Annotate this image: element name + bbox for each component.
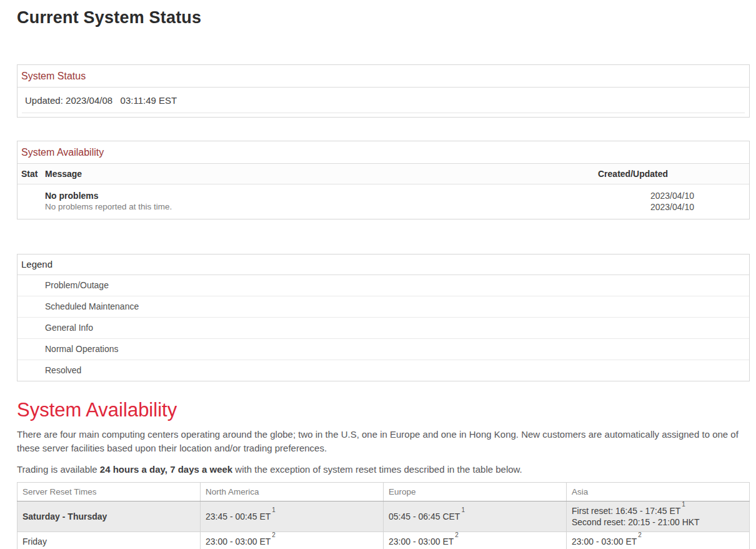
table-header-europe: Europe (384, 483, 567, 501)
day-label-cell: Friday (17, 532, 201, 549)
asia-second-reset: Second reset: 20:15 - 21:00 HKT (572, 516, 744, 528)
message-title: No problems (45, 190, 574, 201)
footnote-marker: 2 (455, 531, 459, 538)
status-icon-cell (17, 190, 45, 213)
table-row-saturday-thursday: Saturday - Thursday 23:45 - 00:45 ET1 05… (17, 501, 750, 532)
trading-paragraph-bold: 24 hours a day, 7 days a week (100, 464, 232, 475)
reset-time-cell-na: 23:45 - 00:45 ET1 (201, 501, 384, 532)
reset-time-cell-asia: 23:00 - 03:00 ET2 (567, 532, 750, 549)
reset-time-cell-asia: First reset: 16:45 - 17:45 ET1 Second re… (567, 501, 750, 532)
intro-paragraph: There are four main computing centers op… (17, 428, 750, 455)
footnote-marker: 1 (461, 506, 465, 513)
table-row-friday: Friday 23:00 - 03:00 ET2 23:00 - 03:00 E… (17, 532, 750, 549)
reset-time-text: First reset: 16:45 - 17:45 ET (572, 506, 680, 516)
section-heading: System Availability (17, 398, 750, 421)
page-title: Current System Status (17, 8, 750, 28)
reset-table-header-row: Server Reset Times North America Europe … (17, 483, 750, 501)
message-cell: No problems No problems reported at this… (45, 190, 574, 213)
updated-date: 2023/04/10 (574, 201, 694, 213)
status-updated-text: Updated: 2023/04/08 03:11:49 EST (17, 88, 749, 106)
legend-item-scheduled-maintenance: Scheduled Maintenance (17, 296, 749, 318)
column-header-message: Message (45, 169, 574, 179)
reset-time-text: Second reset: 20:15 - 21:00 HKT (572, 517, 700, 527)
created-updated-cell: 2023/04/10 2023/04/10 (574, 190, 749, 213)
panel-footer-spacer (17, 113, 749, 117)
legend-panel-header: Legend (17, 254, 749, 275)
reset-table: Server Reset Times North America Europe … (17, 482, 750, 549)
legend-item-problem-outage: Problem/Outage (17, 275, 749, 296)
asia-first-reset: First reset: 16:45 - 17:45 ET1 (572, 505, 744, 516)
created-date: 2023/04/10 (574, 190, 694, 201)
legend-item-general-info: General Info (17, 318, 749, 339)
availability-panel: System Availability Stat Message Created… (17, 141, 750, 219)
availability-panel-header: System Availability (17, 141, 749, 164)
system-status-panel-header: System Status (17, 65, 749, 88)
reset-time-text: 23:00 - 03:00 ET (572, 536, 637, 546)
footnote-marker: 2 (272, 531, 276, 538)
page-container: Current System Status System Status Upda… (17, 8, 750, 549)
footnote-marker: 1 (682, 501, 685, 508)
reset-time-text: 23:45 - 00:45 ET (206, 511, 271, 521)
system-status-panel: System Status Updated: 2023/04/08 03:11:… (17, 64, 750, 118)
legend-panel: Legend Problem/Outage Scheduled Maintena… (17, 254, 750, 381)
trading-paragraph-prefix: Trading is available (17, 464, 100, 475)
reset-time-cell-europe: 05:45 - 06:45 CET1 (384, 501, 567, 532)
footnote-marker: 1 (272, 506, 276, 513)
availability-row: No problems No problems reported at this… (17, 184, 749, 219)
availability-column-headers: Stat Message Created/Updated (17, 164, 749, 184)
day-label-cell: Saturday - Thursday (17, 501, 201, 532)
legend-item-normal-operations: Normal Operations (17, 339, 749, 360)
column-header-created-updated: Created/Updated (574, 169, 749, 179)
reset-time-cell-na: 23:00 - 03:00 ET2 (201, 532, 384, 549)
footnote-marker: 2 (638, 531, 642, 538)
table-header-north-america: North America (201, 483, 384, 501)
reset-time-text: 05:45 - 06:45 CET (389, 511, 460, 521)
table-header-asia: Asia (567, 483, 750, 501)
reset-time-cell-europe: 23:00 - 03:00 ET2 (384, 532, 567, 549)
column-header-stat: Stat (17, 169, 45, 179)
trading-paragraph: Trading is available 24 hours a day, 7 d… (17, 463, 750, 476)
message-description: No problems reported at this time. (45, 201, 574, 213)
reset-time-text: 23:00 - 03:00 ET (206, 536, 271, 546)
trading-paragraph-suffix: with the exception of system reset times… (232, 464, 522, 475)
table-header-server-reset-times: Server Reset Times (17, 483, 201, 501)
legend-item-resolved: Resolved (17, 360, 749, 381)
reset-time-text: 23:00 - 03:00 ET (389, 536, 454, 546)
